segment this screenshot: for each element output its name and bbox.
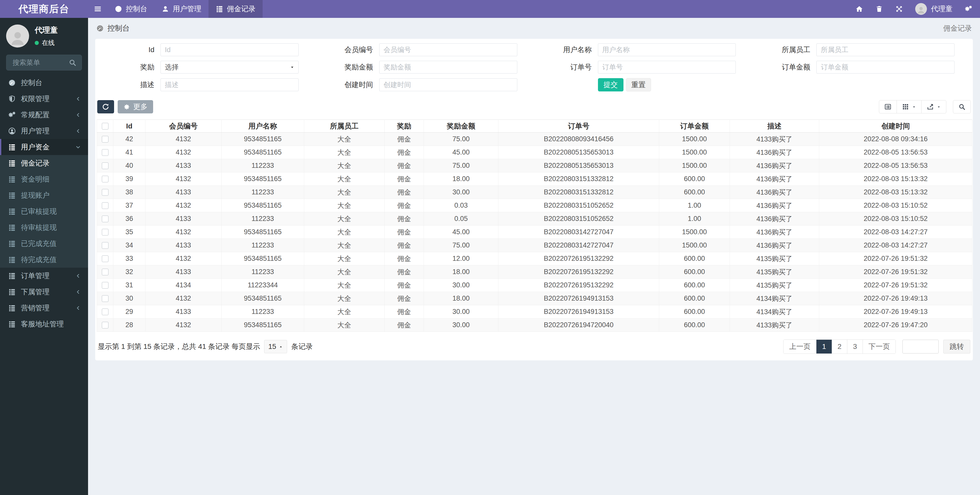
table-cell: 4136购买了 xyxy=(730,225,819,239)
gauge-icon xyxy=(115,5,122,13)
gears-icon[interactable] xyxy=(965,5,972,13)
filter-input-id[interactable] xyxy=(161,43,299,56)
filter-select-reward[interactable]: 选择 xyxy=(161,61,299,73)
table-cell: B20220805135653013 xyxy=(498,146,659,159)
sidebar-subitem-pending-withdrawals[interactable]: 待审核提现 xyxy=(0,219,88,235)
navbar-right: 代理童 xyxy=(856,0,980,18)
page-button-1[interactable]: 1 xyxy=(816,340,832,353)
submit-button[interactable]: 提交 xyxy=(598,78,624,91)
row-checkbox[interactable] xyxy=(102,282,108,289)
app-logo[interactable]: 代理商后台 xyxy=(0,0,88,18)
filter-input-order-amount[interactable] xyxy=(816,61,955,73)
row-checkbox[interactable] xyxy=(102,308,108,315)
select-all-checkbox[interactable] xyxy=(102,123,108,129)
filter-input-created-at[interactable] xyxy=(379,78,517,91)
filter-input-order-no[interactable] xyxy=(598,61,736,73)
refresh-button[interactable] xyxy=(97,100,114,113)
filter-input-member-no[interactable] xyxy=(379,43,517,56)
more-button[interactable]: 更多 xyxy=(118,100,153,113)
table-cell: 600.00 xyxy=(659,279,730,292)
table-cell: 佣金 xyxy=(385,159,424,172)
row-checkbox[interactable] xyxy=(102,163,108,169)
sidebar-subitem-approved-withdrawals[interactable]: 已审核提现 xyxy=(0,203,88,219)
sidebar-item-dashboard[interactable]: 控制台 xyxy=(0,75,88,91)
row-checkbox[interactable] xyxy=(102,242,108,249)
row-checkbox[interactable] xyxy=(102,229,108,235)
expand-icon[interactable] xyxy=(895,5,903,13)
filter-input-reward-amount[interactable] xyxy=(379,61,517,73)
row-checkbox[interactable] xyxy=(102,189,108,196)
sidebar-item-label: 控制台 xyxy=(21,78,81,88)
sidebar-subitem-completed-recharges[interactable]: 已完成充值 xyxy=(0,235,88,252)
sidebar-toggle-button[interactable] xyxy=(88,0,107,18)
table-row: 3941329534851165大全佣金18.00B20220803151332… xyxy=(97,172,972,186)
row-checkbox[interactable] xyxy=(102,136,108,142)
search-button[interactable] xyxy=(953,100,971,113)
page-jump-input[interactable] xyxy=(902,340,939,353)
row-checkbox[interactable] xyxy=(102,149,108,156)
sidebar-subitem-fund-details[interactable]: 资金明细 xyxy=(0,171,88,187)
toggle-pagination-button[interactable] xyxy=(879,100,897,113)
app-logo-text: 代理商后台 xyxy=(19,3,70,16)
table-cell: 4136购买了 xyxy=(730,186,819,199)
filter-input-user-name[interactable] xyxy=(598,43,736,56)
prev-page-button[interactable]: 上一页 xyxy=(783,340,816,353)
sidebar-subitem-label: 待完成充值 xyxy=(21,255,81,265)
filter-input-staff[interactable] xyxy=(816,43,955,56)
sidebar-item-general-config[interactable]: 常规配置 xyxy=(0,107,88,123)
row-checkbox[interactable] xyxy=(102,176,108,182)
sidebar-item-permissions[interactable]: 权限管理 xyxy=(0,91,88,107)
table-cell: B20220803151332812 xyxy=(498,172,659,186)
navbar-user-menu[interactable]: 代理童 xyxy=(915,3,953,15)
sidebar-item-user-management[interactable]: 用户管理 xyxy=(0,123,88,139)
list-icon xyxy=(8,192,16,199)
filter-input-description[interactable] xyxy=(161,78,299,91)
sidebar-item-order-management[interactable]: 订单管理 xyxy=(0,268,88,284)
row-checkbox[interactable] xyxy=(102,255,108,262)
sidebar-item-subordinate-management[interactable]: 下属管理 xyxy=(0,284,88,300)
table-cell: 4133 xyxy=(145,265,221,279)
row-checkbox[interactable] xyxy=(102,202,108,209)
table-cell: 大全 xyxy=(304,199,385,212)
table-cell: 4133 xyxy=(145,159,221,172)
home-icon[interactable] xyxy=(856,5,863,13)
row-checkbox[interactable] xyxy=(102,322,108,329)
table-cell: 4133 xyxy=(145,212,221,225)
export-button[interactable] xyxy=(921,100,946,113)
reset-button[interactable]: 重置 xyxy=(626,78,651,91)
row-checkbox[interactable] xyxy=(102,216,108,222)
breadcrumb: 控制台 xyxy=(96,23,130,34)
online-status-label: 在线 xyxy=(42,38,55,47)
table-cell: 4135购买了 xyxy=(730,279,819,292)
sidebar-item-label: 营销管理 xyxy=(21,303,70,313)
table-cell: 1500.00 xyxy=(659,133,730,146)
row-checkbox[interactable] xyxy=(102,295,108,302)
page-size-dropdown[interactable]: 15 xyxy=(264,340,287,353)
filter-label-id: Id xyxy=(97,46,161,54)
row-checkbox[interactable] xyxy=(102,269,108,275)
tab-commission-records[interactable]: 佣金记录 xyxy=(208,0,262,18)
sidebar-item-marketing-management[interactable]: 营销管理 xyxy=(0,300,88,316)
sidebar-item-service-address-management[interactable]: 客服地址管理 xyxy=(0,316,88,332)
trash-icon[interactable] xyxy=(875,5,883,13)
page-button-2[interactable]: 2 xyxy=(832,340,847,353)
columns-button[interactable] xyxy=(897,100,921,113)
sidebar-item-user-funds[interactable]: 用户资金 xyxy=(0,139,88,155)
table-cell: 42 xyxy=(113,133,145,146)
table-cell: 600.00 xyxy=(659,172,730,186)
page-button-3[interactable]: 3 xyxy=(847,340,862,353)
breadcrumb-left: 控制台 xyxy=(107,23,130,34)
jump-button[interactable]: 跳转 xyxy=(943,340,970,353)
tab-dashboard[interactable]: 控制台 xyxy=(107,0,154,18)
table-row: 3741329534851165大全佣金0.03B202208031510526… xyxy=(97,199,972,212)
sidebar-subitem-commission-records[interactable]: 佣金记录 xyxy=(0,155,88,171)
next-page-button[interactable]: 下一页 xyxy=(862,340,896,353)
search-icon[interactable] xyxy=(68,59,76,66)
table-cell: 30 xyxy=(113,292,145,305)
tab-user-management[interactable]: 用户管理 xyxy=(154,0,208,18)
table-cell: 1500.00 xyxy=(659,225,730,239)
row-checkbox-cell xyxy=(97,133,113,146)
sidebar-subitem-withdrawal-accounts[interactable]: 提现账户 xyxy=(0,187,88,203)
table-cell: 31 xyxy=(113,279,145,292)
sidebar-subitem-pending-recharges[interactable]: 待完成充值 xyxy=(0,252,88,268)
